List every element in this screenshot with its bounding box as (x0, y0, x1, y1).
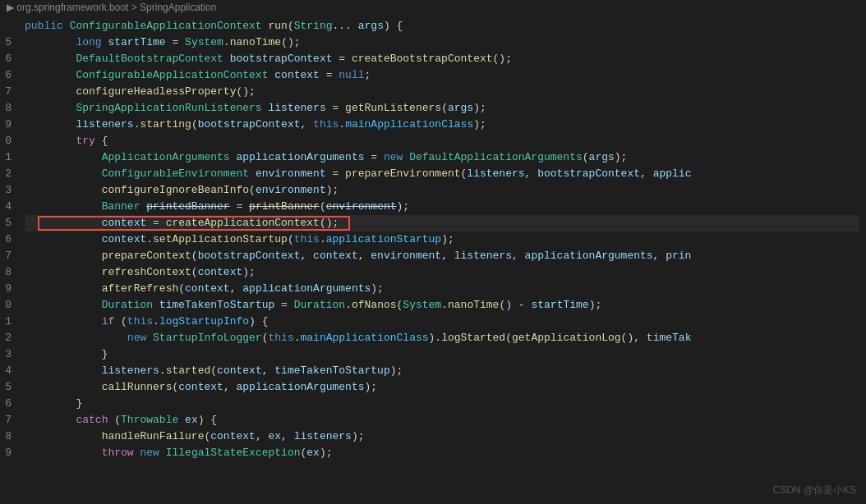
code-line: 7 configureHeadlessProperty(); (0, 84, 866, 100)
line-number: 1 (0, 315, 25, 328)
line-content: listeners.starting(bootstrapContext, thi… (25, 117, 859, 133)
line-number: 5 (0, 36, 25, 48)
code-line: 1 if (this.logStartupInfo) { (0, 314, 866, 330)
code-line: 9 afterRefresh(context, applicationArgum… (0, 281, 866, 297)
line-content: if (this.logStartupInfo) { (25, 314, 859, 330)
code-line: 6 context.setApplicationStartup(this.app… (0, 231, 866, 248)
line-number: 5 (0, 217, 25, 229)
highlighted-line: 5 context = createApplicationContext(); (0, 215, 866, 231)
line-content: new StartupInfoLogger(this.mainApplicati… (25, 330, 859, 346)
line-number: 0 (0, 135, 25, 147)
code-line: 6 DefaultBootstrapContext bootstrapConte… (0, 51, 866, 67)
line-number: 2 (0, 167, 25, 180)
line-number: 7 (0, 85, 25, 98)
code-line: 0 try { (0, 133, 866, 149)
line-number: 1 (0, 151, 25, 163)
line-content: callRunners(context, applicationArgument… (25, 379, 859, 396)
code-line: 2 new StartupInfoLogger(this.mainApplica… (0, 330, 866, 346)
line-number: 6 (0, 69, 25, 81)
code-line: 2 ConfigurableEnvironment environment = … (0, 166, 866, 182)
line-content: prepareContext(bootstrapContext, context… (25, 248, 859, 264)
line-content: configureHeadlessProperty(); (25, 84, 859, 100)
line-content: context = createApplicationContext(); (25, 215, 859, 231)
code-line: 8 handleRunFailure(context, ex, listener… (0, 428, 866, 445)
code-line: 6 } (0, 396, 866, 412)
line-content: configureIgnoreBeanInfo(environment); (25, 182, 859, 199)
line-number: 3 (0, 184, 25, 196)
line-number: 4 (0, 364, 25, 377)
line-number: 7 (0, 414, 25, 426)
line-content: } (25, 346, 859, 363)
line-number: 5 (0, 381, 25, 393)
line-content: ApplicationArguments applicationArgument… (25, 149, 859, 166)
code-line: 5 long startTime = System.nanoTime(); (0, 34, 866, 51)
line-number: 9 (0, 447, 25, 459)
code-line: 9 throw new IllegalStateException(ex); (0, 445, 866, 461)
line-content: ConfigurableEnvironment environment = pr… (25, 166, 859, 182)
code-container: ▶ org.springframework.boot > SpringAppli… (0, 0, 866, 504)
code-line: public ConfigurableApplicationContext ru… (0, 18, 866, 34)
code-line: 7 catch (Throwable ex) { (0, 412, 866, 428)
line-content: ConfigurableApplicationContext context =… (25, 67, 859, 84)
line-number: 6 (0, 53, 25, 65)
code-line: 1 ApplicationArguments applicationArgume… (0, 149, 866, 166)
line-number: 6 (0, 233, 25, 245)
code-line: 0 Duration timeTakenToStartup = Duration… (0, 297, 866, 314)
line-number: 4 (0, 200, 25, 213)
line-content: refreshContext(context); (25, 264, 859, 281)
code-line: 4 Banner printedBanner = printBanner(env… (0, 199, 866, 215)
code-line: 8 SpringApplicationRunListeners listener… (0, 100, 866, 117)
line-content: afterRefresh(context, applicationArgumen… (25, 281, 859, 297)
line-number: 7 (0, 250, 25, 262)
line-content: throw new IllegalStateException(ex); (25, 445, 859, 461)
code-line: 4 listeners.started(context, timeTakenTo… (0, 363, 866, 379)
line-content: catch (Throwable ex) { (25, 412, 859, 428)
watermark: CSDN @你是小KS (772, 483, 856, 497)
line-content: try { (25, 133, 859, 149)
line-number: 9 (0, 118, 25, 131)
line-number: 9 (0, 282, 25, 295)
line-number: 6 (0, 397, 25, 410)
line-content: long startTime = System.nanoTime(); (25, 34, 859, 51)
line-number: 0 (0, 299, 25, 311)
code-line: 7 prepareContext(bootstrapContext, conte… (0, 248, 866, 264)
line-content: listeners.started(context, timeTakenToSt… (25, 363, 859, 379)
line-number: 3 (0, 348, 25, 360)
line-number: 2 (0, 332, 25, 344)
code-line: 9 listeners.starting(bootstrapContext, t… (0, 117, 866, 133)
line-content: context.setApplicationStartup(this.appli… (25, 231, 859, 248)
line-number: 8 (0, 266, 25, 278)
line-content: handleRunFailure(context, ex, listeners)… (25, 428, 859, 445)
code-line: 3 } (0, 346, 866, 363)
line-content: public ConfigurableApplicationContext ru… (25, 18, 859, 34)
line-content: } (25, 396, 859, 412)
code-line: 3 configureIgnoreBeanInfo(environment); (0, 182, 866, 199)
line-content: DefaultBootstrapContext bootstrapContext… (25, 51, 859, 67)
line-content: Banner printedBanner = printBanner(envir… (25, 199, 859, 215)
line-content: SpringApplicationRunListeners listeners … (25, 100, 859, 117)
code-line: 5 callRunners(context, applicationArgume… (0, 379, 866, 396)
line-number: 8 (0, 430, 25, 442)
code-line: 8 refreshContext(context); (0, 264, 866, 281)
breadcrumb: ▶ org.springframework.boot > SpringAppli… (0, 0, 223, 15)
line-content: Duration timeTakenToStartup = Duration.o… (25, 297, 859, 314)
line-number: 8 (0, 102, 25, 114)
code-line: 6 ConfigurableApplicationContext context… (0, 67, 866, 84)
